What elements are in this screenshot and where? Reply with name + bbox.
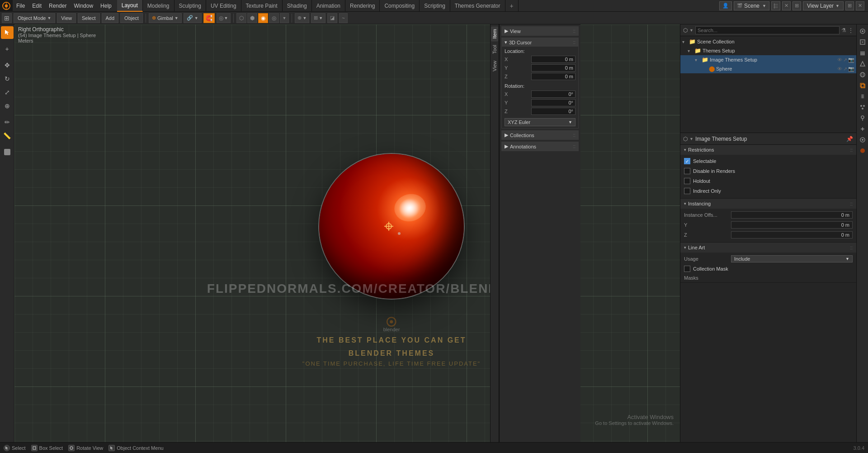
- menu-window[interactable]: Window: [70, 0, 97, 12]
- cursor-y-value[interactable]: 0 m: [531, 64, 576, 72]
- view-layer-props-btn[interactable]: [858, 48, 868, 58]
- tab-scripting[interactable]: Scripting: [420, 0, 450, 12]
- constraint-props-btn[interactable]: [858, 124, 868, 134]
- tab-shading[interactable]: Shading: [283, 0, 312, 12]
- restrictions-header[interactable]: ▾ Restrictions ::: [680, 145, 856, 155]
- sphere-visibility-icon[interactable]: 👁: [837, 66, 842, 72]
- object-mode-btn[interactable]: Object Mode ▼: [14, 13, 55, 23]
- physics-props-btn[interactable]: [858, 113, 868, 123]
- scene-extra-btn[interactable]: ✕: [782, 1, 791, 10]
- cursor-tool-btn[interactable]: +: [1, 43, 14, 55]
- viewport[interactable]: Right Orthographic (54) Image Themes Set…: [14, 24, 769, 442]
- user-selector[interactable]: 👤: [719, 1, 732, 10]
- tab-compositing[interactable]: Compositing: [380, 0, 420, 12]
- tab-add[interactable]: +: [505, 0, 519, 12]
- cursor-ry-value[interactable]: 0°: [531, 99, 576, 106]
- outliner-sync-btn[interactable]: ⋮: [848, 27, 854, 33]
- menu-edit[interactable]: Edit: [28, 0, 45, 12]
- material-shading-btn[interactable]: ◉: [258, 13, 268, 23]
- new-scene-btn[interactable]: ⊞: [793, 1, 801, 10]
- overlay-options-btn[interactable]: ⊞ ▼: [311, 13, 326, 23]
- visibility-icon[interactable]: 👁: [837, 57, 842, 63]
- scale-tool-btn[interactable]: ⤢: [1, 86, 14, 99]
- add-primitive-btn[interactable]: [1, 146, 14, 158]
- rotation-mode-dropdown[interactable]: XYZ Euler ▼: [505, 118, 576, 126]
- outliner-filter-btn[interactable]: ⚗: [841, 27, 846, 33]
- object-props-btn[interactable]: [858, 81, 868, 91]
- rotate-tool-btn[interactable]: ↻: [1, 72, 14, 85]
- n-panel-annotations-header[interactable]: ▶ Annotations ::: [502, 142, 578, 151]
- annotate-tool-btn[interactable]: ✏: [1, 116, 14, 129]
- transform-pivot-btn[interactable]: ⊕ Gimbal ▼: [149, 13, 182, 23]
- stats-btn[interactable]: ~: [339, 13, 347, 23]
- tab-layout[interactable]: Layout: [117, 0, 143, 12]
- wire-shading-btn[interactable]: ⬡: [236, 13, 246, 23]
- render-props-btn[interactable]: [858, 26, 868, 36]
- instancing-header[interactable]: ▾ Instancing ::: [680, 199, 856, 209]
- tab-sculpting[interactable]: Sculpting: [175, 0, 206, 12]
- outliner-themes-setup[interactable]: ▾ 📁 Themes Setup: [680, 46, 856, 55]
- select-menu-btn[interactable]: Select: [78, 13, 100, 23]
- modifier-props-btn[interactable]: [858, 91, 868, 101]
- app-logo[interactable]: [0, 0, 13, 12]
- editor-type-btn[interactable]: ⊞: [2, 13, 12, 23]
- tab-themes-generator[interactable]: Themes Generator: [450, 0, 505, 12]
- object-menu-btn[interactable]: Object: [120, 13, 143, 23]
- menu-file[interactable]: File: [13, 0, 28, 12]
- outliner-image-themes-setup[interactable]: ▾ 📁 Image Themes Setup 👁 ↗ 📷: [680, 55, 856, 64]
- cursor-x-value[interactable]: 0 m: [531, 56, 576, 63]
- prop-pin-btn[interactable]: 📌: [845, 135, 854, 143]
- render-shading-btn[interactable]: ◎: [269, 13, 279, 23]
- shading-options-btn[interactable]: ▼: [280, 13, 289, 23]
- tab-rendering[interactable]: Rendering: [345, 0, 380, 12]
- outliner-sphere[interactable]: ⬤ Sphere 👁 ↗ 📷: [680, 64, 856, 73]
- view-layer-close[interactable]: ✕: [856, 1, 864, 10]
- sphere-selectable-icon[interactable]: ↗: [843, 66, 847, 72]
- instance-z-value[interactable]: 0 m: [731, 231, 853, 238]
- view-layer-selector[interactable]: View Layer ▼: [803, 1, 844, 10]
- render-icon[interactable]: 📷: [848, 57, 854, 63]
- tab-modeling[interactable]: Modeling: [143, 0, 175, 12]
- n-panel-collections-header[interactable]: ▶ Collections ::: [502, 131, 578, 139]
- tab-uv-editing[interactable]: UV Editing: [206, 0, 241, 12]
- indirect-only-checkbox[interactable]: [684, 188, 690, 194]
- outliner-search-input[interactable]: [695, 26, 840, 34]
- scene-selector[interactable]: 🎬 Scene ▼: [734, 1, 769, 10]
- add-menu-btn[interactable]: Add: [102, 13, 119, 23]
- view-layer-extra[interactable]: ⊞: [845, 1, 854, 10]
- move-tool-btn[interactable]: ✥: [1, 59, 14, 72]
- outliner-scene-collection[interactable]: ▾ 📁 Scene Collection: [680, 37, 856, 46]
- view-tab[interactable]: View: [491, 58, 498, 74]
- selectable-icon[interactable]: ↗: [843, 57, 847, 63]
- sphere-render-icon[interactable]: 📷: [848, 66, 854, 72]
- material-props-btn[interactable]: [858, 146, 868, 156]
- n-panel-cursor-header[interactable]: ▾ 3D Cursor ::: [502, 38, 578, 47]
- cursor-rx-value[interactable]: 0°: [531, 91, 576, 98]
- outliner-type-btn[interactable]: ⬡: [683, 27, 688, 33]
- scene-link-btn[interactable]: ⬱: [771, 1, 780, 10]
- tab-animation[interactable]: Animation: [312, 0, 345, 12]
- tool-tab[interactable]: Tool: [491, 42, 498, 57]
- world-props-btn[interactable]: [858, 70, 868, 80]
- view-menu-btn[interactable]: View: [57, 13, 76, 23]
- n-panel-view-header[interactable]: ▶ View ::: [502, 27, 578, 35]
- gizmo-options-btn[interactable]: ⊕ ▼: [295, 13, 309, 23]
- line-art-header[interactable]: ▾ Line Art ::: [680, 243, 856, 253]
- menu-render[interactable]: Render: [45, 0, 70, 12]
- select-tool-btn[interactable]: [1, 26, 14, 39]
- proportional-btn[interactable]: ◎ ▼: [217, 13, 231, 23]
- snap-btn[interactable]: 🧲: [203, 13, 215, 23]
- selectable-checkbox[interactable]: ✓: [684, 158, 690, 164]
- instance-y-value[interactable]: 0 m: [731, 221, 853, 229]
- tab-texture-paint[interactable]: Texture Paint: [241, 0, 283, 12]
- instance-offset-x-value[interactable]: 0 m: [731, 211, 853, 219]
- usage-dropdown[interactable]: Include ▼: [731, 255, 853, 262]
- item-tab[interactable]: Item: [491, 26, 498, 41]
- cursor-rz-value[interactable]: 0°: [531, 108, 576, 115]
- scene-props-btn[interactable]: [858, 59, 868, 69]
- data-props-btn[interactable]: [858, 135, 868, 145]
- output-props-btn[interactable]: [858, 37, 868, 47]
- holdout-checkbox[interactable]: [684, 178, 690, 184]
- disable-renders-checkbox[interactable]: [684, 168, 690, 174]
- transform-orient-btn[interactable]: 🔗 ▼: [184, 13, 202, 23]
